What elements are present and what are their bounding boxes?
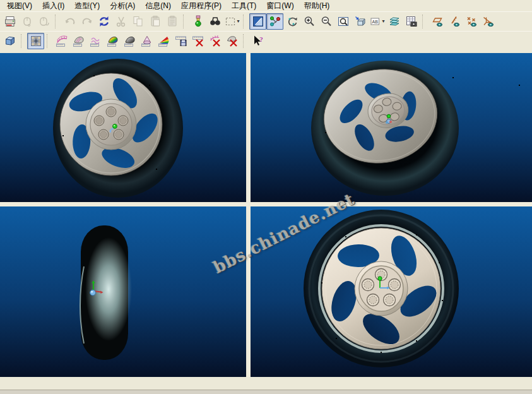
selection-box-icon[interactable]: ▾ (223, 13, 240, 30)
toolbar-analysis: ? (0, 31, 532, 51)
show-points-icon[interactable] (463, 13, 480, 30)
rainbow-wedge-icon[interactable] (155, 33, 172, 49)
shaded-view-icon[interactable] (249, 13, 266, 30)
menu-item-application[interactable]: 应用程序(P) (176, 0, 227, 12)
image-capture-icon[interactable] (403, 13, 420, 30)
wheel-render-side-profile (0, 206, 246, 377)
layers-icon[interactable] (386, 13, 403, 30)
delete-measure-icon[interactable] (189, 33, 206, 49)
work-plane-grid-icon[interactable] (27, 33, 44, 49)
gray-surface-icon[interactable] (121, 33, 138, 49)
dynamic-view-icon[interactable] (266, 13, 283, 30)
refresh-icon[interactable] (95, 13, 112, 30)
toolbar-separator (47, 34, 51, 48)
status-bar (0, 377, 532, 394)
viewport-top-left[interactable] (0, 53, 246, 202)
redo-icon (78, 13, 95, 30)
wheel-render-tilted-view (251, 53, 532, 202)
zoom-window-icon[interactable] (334, 13, 352, 30)
wheel-render-three-quarter-view (0, 53, 246, 202)
paste-icon (146, 13, 163, 30)
toolbar-separator (422, 15, 427, 28)
toolbar-standard: ▾AB▾ (0, 11, 532, 31)
dropdown-arrow-icon[interactable]: ▾ (382, 19, 384, 24)
label-ab-icon[interactable]: AB▾ (369, 13, 386, 30)
menu-item-information[interactable]: 信息(N) (140, 0, 176, 12)
menu-item-analysis[interactable]: 分析(A) (105, 0, 140, 12)
delete-comb-icon[interactable] (206, 33, 223, 49)
clipboard-icon (163, 13, 180, 30)
cone-analysis-icon[interactable] (138, 33, 155, 49)
zoom-out-icon[interactable] (317, 13, 334, 30)
menu-item-help[interactable]: 帮助(H) (299, 0, 335, 12)
menu-bar: 视图(V)插入(I)造型(Y)分析(A)信息(N)应用程序(P)工具(T)窗口(… (0, 0, 532, 11)
show-csys-icon[interactable] (480, 13, 497, 30)
toolbar-separator (21, 34, 25, 48)
menu-item-view[interactable]: 视图(V) (2, 0, 37, 12)
viewport-bottom-right[interactable] (251, 206, 532, 377)
cad-application-window: 视图(V)插入(I)造型(Y)分析(A)信息(N)应用程序(P)工具(T)窗口(… (0, 0, 532, 394)
cut-icon (112, 13, 129, 30)
rotate-view-icon[interactable] (283, 13, 300, 30)
orient-view-icon[interactable] (352, 13, 369, 30)
window-resize-strip (0, 390, 532, 394)
undo-icon (61, 13, 78, 30)
print-icon[interactable] (1, 13, 18, 30)
rainbow-surface-icon[interactable] (104, 33, 121, 49)
svg-text:AB: AB (372, 20, 379, 24)
curvature-comb-icon[interactable] (53, 33, 70, 49)
zoom-in-icon[interactable] (300, 13, 317, 30)
toolbar-separator (183, 15, 187, 28)
copy-icon (129, 13, 146, 30)
wave-analysis-icon[interactable] (87, 33, 104, 49)
svg-text:?: ? (259, 35, 263, 43)
toolbar-separator (55, 15, 59, 28)
help-pointer-icon[interactable]: ? (249, 33, 266, 49)
macro-record-icon (18, 13, 35, 30)
toolbar-separator (243, 15, 247, 28)
delete-surface-comb-icon[interactable] (223, 33, 240, 49)
menu-item-insert[interactable]: 插入(I) (37, 0, 69, 12)
find-icon[interactable] (206, 13, 223, 30)
show-surfaces-icon[interactable] (429, 13, 446, 30)
wheel-render-front-view (251, 206, 532, 377)
viewport-top-right[interactable] (251, 53, 532, 202)
menu-item-tools[interactable]: 工具(T) (227, 0, 261, 12)
save-measure-icon[interactable] (172, 33, 189, 49)
show-curves-icon[interactable] (446, 13, 463, 30)
toolbar-separator (243, 34, 247, 48)
menu-item-shape[interactable]: 造型(Y) (69, 0, 105, 12)
dropdown-arrow-icon[interactable]: ▾ (237, 19, 239, 24)
status-light-icon[interactable] (189, 13, 206, 30)
viewport-bottom-left[interactable] (0, 206, 246, 377)
macro-link-icon (35, 13, 52, 30)
surface-comb-icon[interactable] (70, 33, 87, 49)
menu-item-window[interactable]: 窗口(W) (261, 0, 299, 12)
workspace-four-view: bbs.chinade.net (0, 53, 532, 377)
cube-icon[interactable] (1, 33, 18, 49)
